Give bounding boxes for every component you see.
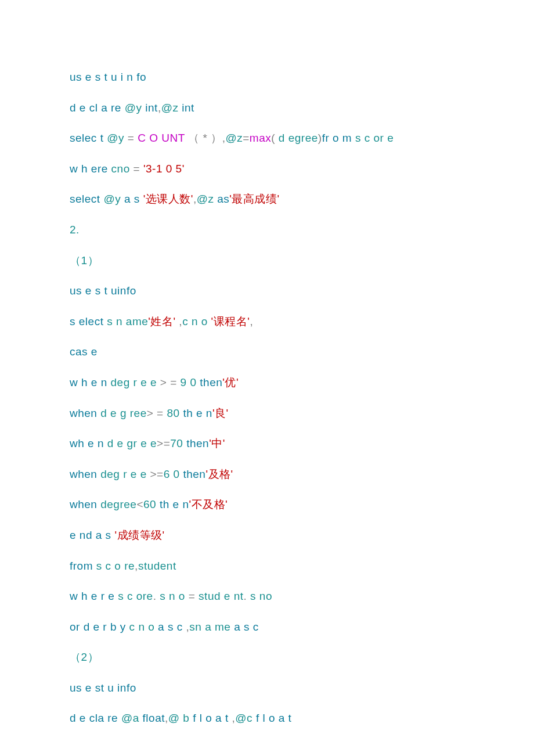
token-kw: or d e r b y <box>70 621 129 633</box>
token-punc: * <box>200 132 211 144</box>
token-kw: as <box>217 193 229 205</box>
token-id: degree <box>100 498 136 510</box>
code-line: from s c o re,student <box>70 559 464 574</box>
token-str: '中' <box>209 437 225 449</box>
document-page: us e s t u i n fod e cl a re @y int,@z i… <box>0 0 534 756</box>
token-var: @y <box>107 132 128 144</box>
token-punc: ) <box>318 132 322 144</box>
code-line: （1） <box>70 253 464 269</box>
token-var: @z <box>197 193 218 205</box>
token-punc: ( <box>271 132 279 144</box>
token-id: deg r e e <box>100 468 150 480</box>
token-id: sn a me <box>189 621 234 633</box>
token-id: student <box>138 560 176 572</box>
token-punc: ） <box>211 132 222 144</box>
token-punc: = <box>128 132 138 144</box>
token-str: '不及格' <box>189 498 228 510</box>
token-kw: a s c <box>158 621 186 633</box>
token-id: c n o <box>182 315 211 327</box>
token-op: > = <box>147 407 167 419</box>
token-id: deg r e e <box>111 376 160 388</box>
code-line: w h ere cno = '3-1 0 5' <box>70 161 464 177</box>
token-str: '成绩等级' <box>114 529 164 541</box>
token-kw: from <box>70 560 96 572</box>
token-kw: fr o m <box>322 132 355 144</box>
code-line: （2） <box>70 650 464 665</box>
token-op: < <box>136 498 143 510</box>
token-kw: a s c <box>234 621 259 633</box>
token-kw: select <box>70 193 103 205</box>
token-str: '及格' <box>205 468 233 480</box>
token-kw: a s <box>124 193 143 205</box>
code-line: d e cl a re @y int,@z int <box>70 100 464 116</box>
token-plain: 2. <box>70 224 80 236</box>
token-kw: f l o a t <box>193 712 232 724</box>
token-id: s c ore <box>118 590 153 602</box>
token-kw: th e n <box>160 498 189 510</box>
token-kw: w h e r e <box>70 590 118 602</box>
token-num: 70 <box>170 437 186 449</box>
token-var: @a <box>121 712 143 724</box>
token-plain: （1） <box>70 254 99 267</box>
token-kw: int <box>182 102 194 114</box>
token-str: '良' <box>212 407 229 419</box>
token-id: d egree <box>279 132 318 144</box>
token-punc: . <box>153 590 160 602</box>
token-kw: wh e n <box>70 437 107 449</box>
token-id: stud e nt <box>199 590 243 602</box>
token-kw: then <box>183 468 205 480</box>
token-str: '最高成绩' <box>229 193 279 205</box>
token-id: d e g ree <box>100 407 147 419</box>
token-kw: w h ere <box>70 163 111 175</box>
token-id: s no <box>250 590 272 602</box>
token-num: 80 <box>167 407 183 419</box>
token-punc: = <box>134 163 143 175</box>
token-id: s c or e <box>355 132 394 144</box>
token-id: s n ame <box>107 315 148 327</box>
token-fn: max <box>250 132 271 144</box>
token-id: s c o re <box>96 560 135 572</box>
code-line: s elect s n ame'姓名' ,c n o '课程名', <box>70 314 464 330</box>
token-id: s n o <box>160 590 188 602</box>
token-kw: e nd a s <box>70 529 114 541</box>
token-num: 6 0 <box>164 468 183 480</box>
code-line: w h e n deg r e e > = 9 0 then'优' <box>70 375 464 391</box>
token-kw: float <box>143 712 165 724</box>
code-line: when d e g ree> = 80 th e n'良' <box>70 406 464 422</box>
token-punc: , <box>250 315 253 327</box>
token-op: > = <box>160 376 181 388</box>
token-str: '姓名' <box>148 315 175 327</box>
token-id: c n o <box>129 621 158 633</box>
code-line: d e cla re @a float,@ b f l o a t ,@c f … <box>70 711 464 726</box>
code-line: select @y a s '选课人数',@z as'最高成绩' <box>70 192 464 207</box>
token-str: '3-1 0 5' <box>143 163 185 175</box>
token-punc: , <box>176 315 183 327</box>
token-str: '课程名' <box>211 315 250 327</box>
token-kw: s elect <box>70 315 107 327</box>
token-kw: then <box>186 437 209 449</box>
code-line: cas e <box>70 344 464 360</box>
code-line: e nd a s '成绩等级' <box>70 528 464 543</box>
code-line: when degree<60 th e n'不及格' <box>70 497 464 513</box>
token-fn: C O UNT <box>138 132 188 144</box>
token-kw: d e cla re <box>70 712 121 724</box>
token-kw: selec t <box>70 132 107 144</box>
token-var: @ b <box>168 712 193 724</box>
token-kw: int <box>145 102 158 114</box>
token-var: @z <box>225 132 243 144</box>
token-kw: us e st u info <box>70 682 136 694</box>
token-kw: cas e <box>70 345 98 358</box>
token-id: cno <box>111 163 134 175</box>
token-plain: （2） <box>70 651 99 663</box>
token-num: 60 <box>143 498 160 510</box>
token-str: '选课人数' <box>143 193 193 205</box>
code-line: 2. <box>70 222 464 238</box>
code-line: us e st u info <box>70 681 464 696</box>
token-var: @y <box>103 193 124 205</box>
token-kw: us e s t uinfo <box>70 285 136 297</box>
token-kw: us e s t u i n fo <box>70 71 146 83</box>
token-str: '优' <box>222 376 239 388</box>
code-line: us e s t uinfo <box>70 283 464 299</box>
code-line: when deg r e e >=6 0 then'及格' <box>70 467 464 483</box>
token-var: @y <box>125 102 146 114</box>
